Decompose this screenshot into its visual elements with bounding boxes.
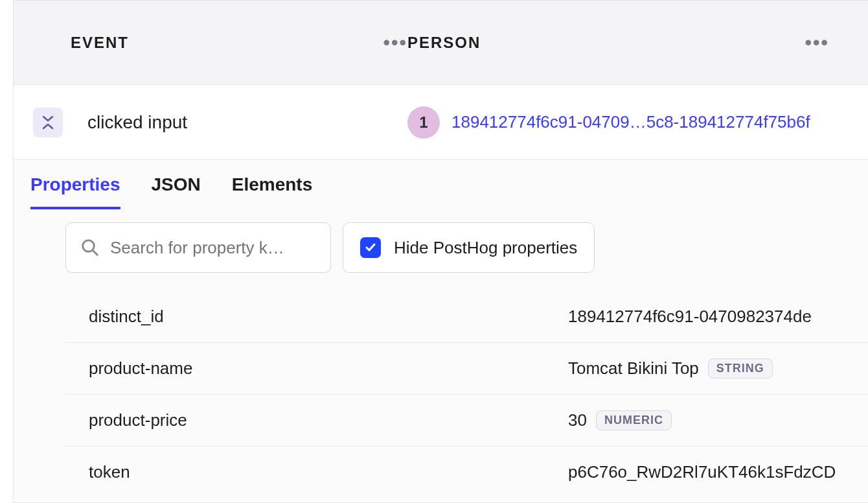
search-field-wrap[interactable] (65, 222, 331, 273)
tab-json[interactable]: JSON (152, 174, 201, 209)
column-header-event-label: EVENT (71, 34, 129, 52)
person-link[interactable]: 189412774f6c91-04709…5c8-189412774f75b6f (451, 110, 810, 134)
controls-row: Hide PostHog properties (65, 222, 868, 273)
collapse-toggle-button[interactable] (33, 108, 63, 137)
person-cell: 1 189412774f6c91-04709…5c8-189412774f75b… (407, 106, 868, 139)
table-row[interactable]: product-price 30 NUMERIC (65, 395, 868, 447)
column-header-person-label: PERSON (407, 34, 481, 52)
search-input[interactable] (110, 238, 316, 258)
event-name: clicked input (87, 112, 407, 133)
checkbox-checked-icon (360, 237, 381, 258)
table-header: EVENT ••• PERSON ••• (14, 1, 868, 85)
tab-content: Hide PostHog properties distinct_id 1894… (14, 209, 868, 498)
properties-table: distinct_id 189412774f6c91-0470982374de … (65, 291, 868, 498)
property-key: distinct_id (89, 307, 568, 327)
hide-posthog-label: Hide PostHog properties (394, 238, 577, 258)
property-value: p6C76o_RwD2Rl7uKT46k1sFdzCD (568, 462, 836, 482)
column-header-person: PERSON ••• (407, 34, 868, 52)
table-row[interactable]: token p6C76o_RwD2Rl7uKT46k1sFdzCD (65, 447, 868, 498)
chevron-up-icon (42, 123, 54, 130)
svg-line-1 (93, 250, 98, 255)
search-icon (80, 238, 100, 257)
chevron-down-icon (42, 115, 54, 123)
property-key: product-price (89, 410, 568, 430)
table-row[interactable]: distinct_id 189412774f6c91-0470982374de (65, 291, 868, 343)
property-key: product-name (89, 358, 568, 379)
column-header-event: EVENT ••• (71, 34, 407, 52)
type-badge: NUMERIC (596, 410, 672, 430)
tab-properties[interactable]: Properties (30, 174, 120, 209)
tabs: Properties JSON Elements (14, 160, 868, 209)
property-value: 189412774f6c91-0470982374de (568, 307, 812, 327)
event-row[interactable]: clicked input 1 189412774f6c91-04709…5c8… (14, 85, 868, 160)
table-row[interactable]: product-name Tomcat Bikini Top STRING (65, 343, 868, 395)
tab-elements[interactable]: Elements (232, 174, 313, 209)
avatar: 1 (407, 106, 440, 139)
hide-posthog-checkbox[interactable]: Hide PostHog properties (343, 222, 595, 273)
property-value: 30 (568, 410, 587, 430)
property-value: Tomcat Bikini Top (568, 358, 699, 379)
property-key: token (89, 462, 568, 482)
type-badge: STRING (708, 358, 773, 379)
